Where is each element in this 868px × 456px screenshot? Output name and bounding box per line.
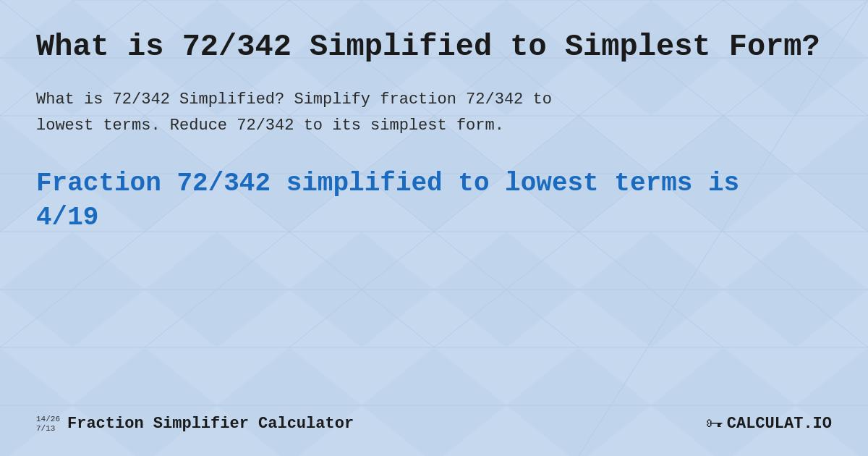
fraction-top: 14/26 xyxy=(36,415,60,423)
logo-text: CALCULAT.IO xyxy=(727,415,832,433)
result-heading: Fraction 72/342 simplified to lowest ter… xyxy=(36,167,832,235)
fraction-stack: 14/26 7/13 xyxy=(36,415,60,432)
result-section: Fraction 72/342 simplified to lowest ter… xyxy=(36,167,832,235)
main-content: What is 72/342 Simplified to Simplest Fo… xyxy=(36,29,832,399)
description: What is 72/342 Simplified? Simplify frac… xyxy=(36,87,832,138)
description-line1: What is 72/342 Simplified? Simplify frac… xyxy=(36,90,552,109)
result-value: 4/19 xyxy=(36,203,98,232)
fraction-bottom: 7/13 xyxy=(36,424,60,433)
site-title: Fraction Simplifier Calculator xyxy=(67,415,354,433)
description-line2: lowest terms. Reduce 72/342 to its simpl… xyxy=(36,117,504,135)
page-title: What is 72/342 Simplified to Simplest Fo… xyxy=(36,29,832,65)
logo: 🗝 CALCULAT.IO xyxy=(706,413,832,434)
footer: 14/26 7/13 Fraction Simplifier Calculato… xyxy=(36,413,832,434)
logo-icon: 🗝 xyxy=(706,413,723,434)
